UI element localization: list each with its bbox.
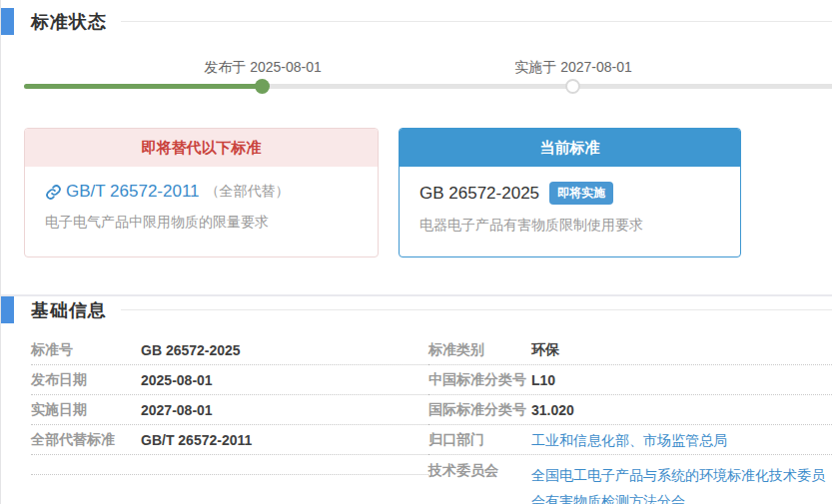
timeline-progress <box>24 84 263 89</box>
technical-committee-link[interactable]: 全国电工电子产品与系统的环境标准化技术委员会有害物质检测方法分会 <box>531 462 832 504</box>
section-rule <box>121 309 832 310</box>
current-card-body: GB 26572-2025 即将实施 电器电子产品有害物质限制使用要求 <box>400 167 740 250</box>
row-value: 2025-08-01 <box>141 372 213 388</box>
section-accent-bar <box>1 8 14 35</box>
replaced-standard-description: 电子电气产品中限用物质的限量要求 <box>45 214 358 232</box>
status-badge: 即将实施 <box>549 182 613 205</box>
table-row: 归口部门 工业和信息化部、市场监管总局 <box>428 425 832 455</box>
timeline-published-label: 发布于 2025-08-01 <box>204 59 322 77</box>
table-row: 中国标准分类号 L10 <box>428 365 832 395</box>
timeline-implemented-label: 实施于 2027-08-01 <box>514 59 632 77</box>
table-row: 发布日期 2025-08-01 <box>31 365 428 395</box>
table-row: 技术委员会 全国电工电子产品与系统的环境标准化技术委员会有害物质检测方法分会 <box>428 455 832 504</box>
current-standard-card: 当前标准 GB 26572-2025 即将实施 电器电子产品有害物质限制使用要求 <box>399 128 741 257</box>
table-row: 实施日期 2027-08-01 <box>31 395 428 425</box>
row-label: 技术委员会 <box>428 462 531 480</box>
current-card-header: 当前标准 <box>400 129 740 167</box>
replaced-card-body: GB/T 26572-2011 （全部代替） 电子电气产品中限用物质的限量要求 <box>25 167 378 247</box>
replace-note: （全部代替） <box>206 183 290 201</box>
status-section-header: 标准状态 <box>1 0 832 35</box>
table-row: 标准类别 环保 <box>428 335 832 365</box>
row-label: 全部代替标准 <box>31 431 141 449</box>
row-value: 31.020 <box>531 402 574 418</box>
current-standard-code: GB 26572-2025 <box>419 184 539 204</box>
replaced-standard-card: 即将替代以下标准 GB/T 26572-2011 （全部代替） 电子电气产品中限… <box>24 128 379 257</box>
table-row-empty <box>31 455 428 475</box>
basic-info-left-column: 标准号 GB 26572-2025 发布日期 2025-08-01 实施日期 2… <box>31 335 428 504</box>
table-row: 全部代替标准 GB/T 26572-2011 <box>31 425 428 455</box>
section-accent-bar <box>1 296 14 323</box>
link-icon <box>45 184 62 201</box>
timeline-implemented-dot <box>565 79 580 94</box>
row-label: 标准类别 <box>428 341 531 359</box>
row-value: GB/T 26572-2011 <box>141 432 252 448</box>
row-value: 环保 <box>531 341 559 359</box>
row-label: 发布日期 <box>31 371 141 389</box>
basic-info-right-column: 标准类别 环保 中国标准分类号 L10 国际标准分类号 31.020 归口部门 … <box>428 335 832 504</box>
row-value: GB 26572-2025 <box>141 342 241 358</box>
standard-detail-page: 标准状态 发布于 2025-08-01 实施于 2027-08-01 即将替代以… <box>0 0 832 504</box>
basic-info-section-header: 基础信息 <box>1 296 832 323</box>
replaced-standard-link[interactable]: GB/T 26572-2011 <box>66 182 200 202</box>
status-section-title: 标准状态 <box>31 10 107 34</box>
row-value: L10 <box>531 372 555 388</box>
table-row: 标准号 GB 26572-2025 <box>31 335 428 365</box>
basic-info-section-title: 基础信息 <box>31 298 107 322</box>
department-link[interactable]: 工业和信息化部、市场监管总局 <box>531 427 727 453</box>
row-label: 实施日期 <box>31 401 141 419</box>
basic-info-table: 标准号 GB 26572-2025 发布日期 2025-08-01 实施日期 2… <box>1 335 832 504</box>
row-value: 2027-08-01 <box>141 402 213 418</box>
row-label: 归口部门 <box>428 431 531 449</box>
row-label: 中国标准分类号 <box>428 371 531 389</box>
timeline-published-dot <box>255 79 270 94</box>
section-rule <box>121 21 832 22</box>
current-standard-description: 电器电子产品有害物质限制使用要求 <box>419 217 720 235</box>
replaced-card-header: 即将替代以下标准 <box>25 129 378 167</box>
table-row: 国际标准分类号 31.020 <box>428 395 832 425</box>
row-label: 国际标准分类号 <box>428 401 531 419</box>
row-label: 标准号 <box>31 341 141 359</box>
standard-timeline: 发布于 2025-08-01 实施于 2027-08-01 <box>1 59 832 119</box>
status-cards: 即将替代以下标准 GB/T 26572-2011 （全部代替） 电子电气产品中限… <box>24 128 832 257</box>
